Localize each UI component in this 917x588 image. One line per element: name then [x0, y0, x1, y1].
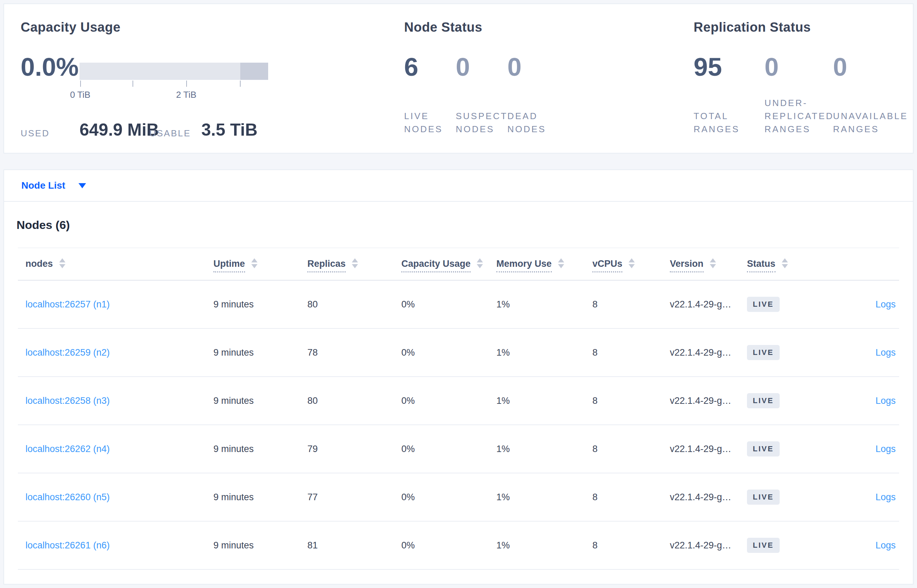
total-ranges-count: 95: [694, 54, 722, 80]
version-cell: v22.1.4-29-g…: [670, 492, 731, 502]
capacity-axis-tick: [240, 81, 241, 87]
cluster-overview-card: Capacity Usage 0.0% 0 TiB 2 TiB USED 649…: [3, 3, 914, 153]
column-header-vcpus[interactable]: vCPUs: [592, 258, 635, 269]
status-badge: LIVE: [747, 297, 780, 312]
memory-cell: 1%: [496, 347, 510, 358]
replication-status-title: Replication Status: [694, 20, 811, 35]
unavailable-ranges-count: 0: [833, 54, 847, 80]
vcpus-cell: 8: [592, 347, 597, 358]
replicas-cell: 80: [307, 396, 318, 406]
view-selector-strip: Node List: [4, 170, 913, 202]
logs-link[interactable]: Logs: [875, 299, 896, 310]
version-cell: v22.1.4-29-g…: [670, 299, 731, 310]
table-row: localhost:26257 (n1) 9 minutes 80 0% 1% …: [18, 281, 899, 329]
status-badge: LIVE: [747, 393, 780, 408]
replicas-cell: 78: [307, 347, 318, 358]
version-cell: v22.1.4-29-g…: [670, 347, 731, 358]
uptime-cell: 9 minutes: [213, 347, 254, 358]
logs-link[interactable]: Logs: [875, 540, 896, 551]
capacity-cell: 0%: [401, 492, 415, 502]
unavailable-ranges-label: UNAVAILABLE RANGES: [833, 110, 908, 136]
capacity-usable-label: USABLE: [149, 128, 191, 139]
capacity-used-percent: 0.0%: [21, 54, 79, 80]
logs-link[interactable]: Logs: [875, 444, 896, 454]
capacity-cell: 0%: [401, 444, 415, 454]
column-header-capacity-usage[interactable]: Capacity Usage: [401, 258, 483, 269]
vcpus-cell: 8: [592, 396, 597, 406]
capacity-axis-tick: [132, 81, 133, 87]
suspect-nodes-label: SUSPECT NODES: [456, 110, 508, 136]
node-link[interactable]: localhost:26257 (n1): [26, 299, 110, 310]
replicas-cell: 81: [307, 540, 318, 551]
column-header-status[interactable]: Status: [747, 258, 788, 269]
memory-cell: 1%: [496, 444, 510, 454]
node-list-dropdown[interactable]: Node List: [21, 180, 86, 191]
capacity-usage-bar: [79, 63, 268, 80]
vcpus-cell: 8: [592, 299, 597, 310]
node-link[interactable]: localhost:26262 (n4): [26, 444, 110, 454]
capacity-usable-value: 3.5 TiB: [201, 120, 257, 140]
nodes-section-title: Nodes (6): [16, 218, 70, 232]
capacity-axis-label: 0 TiB: [56, 89, 104, 100]
sort-icon: [251, 258, 257, 268]
table-row: localhost:26260 (n5) 9 minutes 77 0% 1% …: [18, 473, 899, 522]
node-link[interactable]: localhost:26260 (n5): [26, 492, 110, 502]
status-badge: LIVE: [747, 489, 780, 505]
node-link[interactable]: localhost:26259 (n2): [26, 347, 110, 358]
table-row: localhost:26261 (n6) 9 minutes 81 0% 1% …: [18, 522, 899, 570]
version-cell: v22.1.4-29-g…: [670, 396, 731, 406]
column-header-version[interactable]: Version: [670, 258, 716, 269]
capacity-axis-tick: [80, 81, 81, 87]
suspect-nodes-count: 0: [456, 54, 470, 80]
table-row: localhost:26262 (n4) 9 minutes 79 0% 1% …: [18, 425, 899, 473]
nodes-table: nodes Uptime Replicas Capacity Usage Mem…: [4, 247, 913, 570]
sort-icon: [710, 258, 716, 268]
capacity-usage-bar-segment: [240, 63, 268, 80]
under-replicated-ranges-count: 0: [765, 54, 779, 80]
capacity-cell: 0%: [401, 540, 415, 551]
capacity-axis-label: 2 TiB: [162, 89, 210, 100]
memory-cell: 1%: [496, 299, 510, 310]
column-header-replicas[interactable]: Replicas: [307, 258, 358, 269]
sort-icon: [59, 258, 65, 268]
memory-cell: 1%: [496, 396, 510, 406]
node-list-card: Node List Nodes (6) nodes Uptime Replica…: [3, 170, 914, 585]
replicas-cell: 77: [307, 492, 318, 502]
capacity-used-value: 649.9 MiB: [79, 120, 159, 140]
column-header-nodes[interactable]: nodes: [26, 258, 65, 269]
sort-icon: [558, 258, 564, 268]
node-link[interactable]: localhost:26261 (n6): [26, 540, 110, 551]
logs-link[interactable]: Logs: [875, 347, 896, 358]
column-header-uptime[interactable]: Uptime: [213, 258, 257, 269]
capacity-used-label: USED: [21, 128, 50, 139]
sort-icon: [352, 258, 358, 268]
sort-icon: [628, 258, 635, 268]
under-replicated-ranges-label: UNDER- REPLICATED RANGES: [765, 96, 834, 136]
node-list-dropdown-label: Node List: [21, 180, 65, 191]
capacity-cell: 0%: [401, 347, 415, 358]
vcpus-cell: 8: [592, 492, 597, 502]
status-badge: LIVE: [747, 538, 780, 553]
table-row: localhost:26258 (n3) 9 minutes 80 0% 1% …: [18, 377, 899, 425]
version-cell: v22.1.4-29-g…: [670, 444, 731, 454]
uptime-cell: 9 minutes: [213, 492, 254, 502]
capacity-cell: 0%: [401, 396, 415, 406]
status-badge: LIVE: [747, 345, 780, 360]
vcpus-cell: 8: [592, 444, 597, 454]
node-link[interactable]: localhost:26258 (n3): [26, 396, 110, 406]
live-nodes-label: LIVE NODES: [404, 110, 443, 136]
live-nodes-count: 6: [404, 54, 418, 80]
logs-link[interactable]: Logs: [875, 492, 896, 502]
capacity-axis-tick: [186, 81, 187, 87]
sort-icon: [477, 258, 483, 268]
column-header-memory-use[interactable]: Memory Use: [496, 258, 564, 269]
uptime-cell: 9 minutes: [213, 444, 254, 454]
vcpus-cell: 8: [592, 540, 597, 551]
chevron-down-icon: [79, 183, 86, 188]
uptime-cell: 9 minutes: [213, 540, 254, 551]
status-badge: LIVE: [747, 441, 780, 457]
memory-cell: 1%: [496, 492, 510, 502]
replicas-cell: 80: [307, 299, 318, 310]
table-row: localhost:26259 (n2) 9 minutes 78 0% 1% …: [18, 329, 899, 377]
logs-link[interactable]: Logs: [875, 396, 896, 406]
